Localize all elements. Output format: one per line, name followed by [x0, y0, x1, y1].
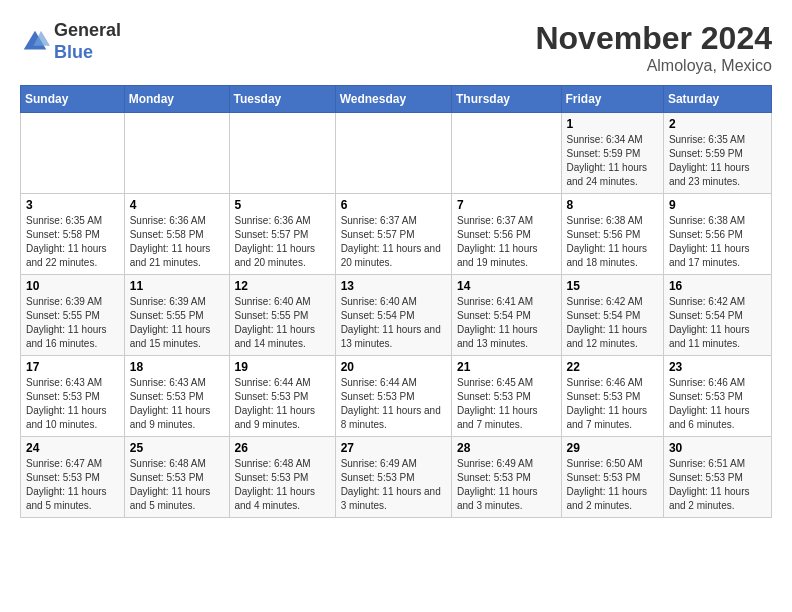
day-info: Sunrise: 6:48 AMSunset: 5:53 PMDaylight:… [235, 457, 330, 513]
calendar-cell: 4Sunrise: 6:36 AMSunset: 5:58 PMDaylight… [124, 194, 229, 275]
calendar-cell [451, 113, 561, 194]
day-number: 30 [669, 441, 766, 455]
calendar-cell: 22Sunrise: 6:46 AMSunset: 5:53 PMDayligh… [561, 356, 663, 437]
calendar-cell [229, 113, 335, 194]
calendar-cell: 20Sunrise: 6:44 AMSunset: 5:53 PMDayligh… [335, 356, 451, 437]
day-number: 23 [669, 360, 766, 374]
day-header-thursday: Thursday [451, 86, 561, 113]
day-number: 5 [235, 198, 330, 212]
title-area: November 2024 Almoloya, Mexico [535, 20, 772, 75]
calendar-cell: 23Sunrise: 6:46 AMSunset: 5:53 PMDayligh… [663, 356, 771, 437]
day-info: Sunrise: 6:47 AMSunset: 5:53 PMDaylight:… [26, 457, 119, 513]
day-info: Sunrise: 6:46 AMSunset: 5:53 PMDaylight:… [567, 376, 658, 432]
calendar-cell: 18Sunrise: 6:43 AMSunset: 5:53 PMDayligh… [124, 356, 229, 437]
day-info: Sunrise: 6:37 AMSunset: 5:56 PMDaylight:… [457, 214, 556, 270]
calendar-cell: 6Sunrise: 6:37 AMSunset: 5:57 PMDaylight… [335, 194, 451, 275]
day-number: 9 [669, 198, 766, 212]
day-info: Sunrise: 6:40 AMSunset: 5:54 PMDaylight:… [341, 295, 446, 351]
day-info: Sunrise: 6:42 AMSunset: 5:54 PMDaylight:… [669, 295, 766, 351]
logo-line2: Blue [54, 42, 121, 64]
day-number: 18 [130, 360, 224, 374]
day-number: 10 [26, 279, 119, 293]
logo-text: General Blue [54, 20, 121, 63]
day-info: Sunrise: 6:37 AMSunset: 5:57 PMDaylight:… [341, 214, 446, 270]
day-number: 11 [130, 279, 224, 293]
logo-icon [20, 27, 50, 57]
calendar-cell: 13Sunrise: 6:40 AMSunset: 5:54 PMDayligh… [335, 275, 451, 356]
day-info: Sunrise: 6:49 AMSunset: 5:53 PMDaylight:… [457, 457, 556, 513]
day-header-monday: Monday [124, 86, 229, 113]
day-info: Sunrise: 6:38 AMSunset: 5:56 PMDaylight:… [669, 214, 766, 270]
day-info: Sunrise: 6:35 AMSunset: 5:58 PMDaylight:… [26, 214, 119, 270]
day-info: Sunrise: 6:38 AMSunset: 5:56 PMDaylight:… [567, 214, 658, 270]
day-header-saturday: Saturday [663, 86, 771, 113]
day-number: 6 [341, 198, 446, 212]
day-header-friday: Friday [561, 86, 663, 113]
day-number: 16 [669, 279, 766, 293]
calendar-cell: 29Sunrise: 6:50 AMSunset: 5:53 PMDayligh… [561, 437, 663, 518]
calendar-cell [335, 113, 451, 194]
calendar-cell: 10Sunrise: 6:39 AMSunset: 5:55 PMDayligh… [21, 275, 125, 356]
day-number: 29 [567, 441, 658, 455]
calendar-cell: 9Sunrise: 6:38 AMSunset: 5:56 PMDaylight… [663, 194, 771, 275]
month-title: November 2024 [535, 20, 772, 57]
day-info: Sunrise: 6:43 AMSunset: 5:53 PMDaylight:… [130, 376, 224, 432]
day-info: Sunrise: 6:48 AMSunset: 5:53 PMDaylight:… [130, 457, 224, 513]
calendar-table: SundayMondayTuesdayWednesdayThursdayFrid… [20, 85, 772, 518]
calendar-cell: 26Sunrise: 6:48 AMSunset: 5:53 PMDayligh… [229, 437, 335, 518]
day-info: Sunrise: 6:43 AMSunset: 5:53 PMDaylight:… [26, 376, 119, 432]
day-header-wednesday: Wednesday [335, 86, 451, 113]
day-number: 3 [26, 198, 119, 212]
calendar-cell: 30Sunrise: 6:51 AMSunset: 5:53 PMDayligh… [663, 437, 771, 518]
calendar-cell: 2Sunrise: 6:35 AMSunset: 5:59 PMDaylight… [663, 113, 771, 194]
calendar-week-row: 10Sunrise: 6:39 AMSunset: 5:55 PMDayligh… [21, 275, 772, 356]
day-header-sunday: Sunday [21, 86, 125, 113]
day-number: 17 [26, 360, 119, 374]
day-info: Sunrise: 6:51 AMSunset: 5:53 PMDaylight:… [669, 457, 766, 513]
day-info: Sunrise: 6:42 AMSunset: 5:54 PMDaylight:… [567, 295, 658, 351]
page-header: General Blue November 2024 Almoloya, Mex… [20, 20, 772, 75]
calendar-week-row: 3Sunrise: 6:35 AMSunset: 5:58 PMDaylight… [21, 194, 772, 275]
calendar-cell: 3Sunrise: 6:35 AMSunset: 5:58 PMDaylight… [21, 194, 125, 275]
calendar-cell: 28Sunrise: 6:49 AMSunset: 5:53 PMDayligh… [451, 437, 561, 518]
calendar-cell: 8Sunrise: 6:38 AMSunset: 5:56 PMDaylight… [561, 194, 663, 275]
calendar-cell: 25Sunrise: 6:48 AMSunset: 5:53 PMDayligh… [124, 437, 229, 518]
calendar-cell: 19Sunrise: 6:44 AMSunset: 5:53 PMDayligh… [229, 356, 335, 437]
day-number: 2 [669, 117, 766, 131]
day-number: 7 [457, 198, 556, 212]
day-info: Sunrise: 6:44 AMSunset: 5:53 PMDaylight:… [341, 376, 446, 432]
day-info: Sunrise: 6:34 AMSunset: 5:59 PMDaylight:… [567, 133, 658, 189]
day-info: Sunrise: 6:49 AMSunset: 5:53 PMDaylight:… [341, 457, 446, 513]
calendar-cell [21, 113, 125, 194]
day-number: 19 [235, 360, 330, 374]
day-number: 28 [457, 441, 556, 455]
calendar-cell: 21Sunrise: 6:45 AMSunset: 5:53 PMDayligh… [451, 356, 561, 437]
day-info: Sunrise: 6:35 AMSunset: 5:59 PMDaylight:… [669, 133, 766, 189]
calendar-cell: 12Sunrise: 6:40 AMSunset: 5:55 PMDayligh… [229, 275, 335, 356]
day-info: Sunrise: 6:36 AMSunset: 5:58 PMDaylight:… [130, 214, 224, 270]
calendar-cell: 5Sunrise: 6:36 AMSunset: 5:57 PMDaylight… [229, 194, 335, 275]
day-number: 24 [26, 441, 119, 455]
calendar-cell [124, 113, 229, 194]
day-number: 22 [567, 360, 658, 374]
day-number: 12 [235, 279, 330, 293]
day-info: Sunrise: 6:44 AMSunset: 5:53 PMDaylight:… [235, 376, 330, 432]
calendar-cell: 16Sunrise: 6:42 AMSunset: 5:54 PMDayligh… [663, 275, 771, 356]
calendar-cell: 17Sunrise: 6:43 AMSunset: 5:53 PMDayligh… [21, 356, 125, 437]
day-number: 21 [457, 360, 556, 374]
day-number: 20 [341, 360, 446, 374]
day-number: 27 [341, 441, 446, 455]
calendar-cell: 11Sunrise: 6:39 AMSunset: 5:55 PMDayligh… [124, 275, 229, 356]
calendar-cell: 15Sunrise: 6:42 AMSunset: 5:54 PMDayligh… [561, 275, 663, 356]
day-number: 4 [130, 198, 224, 212]
day-header-tuesday: Tuesday [229, 86, 335, 113]
day-number: 13 [341, 279, 446, 293]
calendar-cell: 1Sunrise: 6:34 AMSunset: 5:59 PMDaylight… [561, 113, 663, 194]
day-info: Sunrise: 6:39 AMSunset: 5:55 PMDaylight:… [130, 295, 224, 351]
calendar-cell: 24Sunrise: 6:47 AMSunset: 5:53 PMDayligh… [21, 437, 125, 518]
day-info: Sunrise: 6:50 AMSunset: 5:53 PMDaylight:… [567, 457, 658, 513]
day-info: Sunrise: 6:36 AMSunset: 5:57 PMDaylight:… [235, 214, 330, 270]
calendar-cell: 27Sunrise: 6:49 AMSunset: 5:53 PMDayligh… [335, 437, 451, 518]
calendar-week-row: 17Sunrise: 6:43 AMSunset: 5:53 PMDayligh… [21, 356, 772, 437]
day-info: Sunrise: 6:39 AMSunset: 5:55 PMDaylight:… [26, 295, 119, 351]
